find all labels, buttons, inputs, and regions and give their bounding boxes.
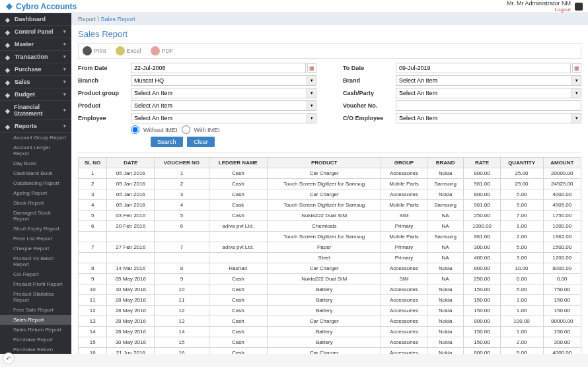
sidebar-item-dashboard[interactable]: ◆Dashboard (0, 13, 71, 26)
sidebar-sub-ageing-report[interactable]: Ageing Report (0, 188, 71, 198)
branch-select[interactable] (131, 75, 307, 86)
sidebar-sub-stock-report[interactable]: Stock Report (0, 198, 71, 208)
cell: 5 (79, 211, 107, 221)
sidebar-item-financial-statement[interactable]: ◆Financial Statement▾ (0, 101, 71, 120)
sidebar-sub-price-list-report[interactable]: Price List Report (0, 234, 71, 244)
table-row[interactable]: 1328 May 201613CashCar ChargerAccessorie… (79, 316, 581, 327)
table-row[interactable]: 620 Feb 20166adiva pvt Ltd.ChemicalsPrim… (79, 221, 581, 232)
sidebar-sub-outstanding-report[interactable]: Outstanding Report (0, 178, 71, 188)
cell: 12 (79, 306, 107, 316)
cell: 16 (155, 348, 209, 354)
cell: 800.00 (464, 348, 500, 354)
cell: 2.00 (500, 232, 543, 242)
dropdown-icon[interactable]: ▾ (307, 100, 316, 111)
calendar-icon[interactable]: ▦ (572, 63, 581, 73)
sidebar-item-reports[interactable]: ◆Reports▾ (0, 120, 71, 133)
table-row[interactable]: 305 Jan 20163CashCar ChargerAccessoriesN… (79, 189, 581, 200)
sidebar-sub-sales-return-report[interactable]: Sales Return Report (0, 325, 71, 335)
cell: Cash (209, 327, 268, 337)
table-row[interactable]: Touch Screen Digitizer for SamsugMobile … (79, 232, 581, 242)
clear-button[interactable]: Clear (187, 137, 215, 147)
to-date-input[interactable] (396, 63, 571, 73)
with-imei-radio[interactable] (182, 125, 190, 134)
dropdown-icon[interactable]: ▾ (572, 113, 581, 123)
sidebar-sub-cheque-report[interactable]: Cheque Report (0, 244, 71, 253)
sidebar-item-purchase[interactable]: ◆Purchase▾ (0, 63, 71, 76)
cash-party-select[interactable] (396, 88, 572, 98)
sidebar-sub-c-o-report[interactable]: C/o Report (0, 269, 71, 279)
cell: Cash (209, 179, 268, 189)
product-select[interactable] (131, 100, 307, 111)
sidebar-item-transaction[interactable]: ◆Transaction▾ (0, 51, 71, 63)
cell: Battery (268, 295, 381, 306)
excel-button[interactable]: Excel (116, 46, 141, 55)
product-group-select[interactable] (131, 88, 307, 98)
co-employee-select[interactable] (396, 113, 572, 123)
sidebar-sub-product-vs-batch-report[interactable]: Product Vs Batch Report (0, 253, 71, 269)
sidebar-sub-cash-bank-book[interactable]: Cash/Bank Book (0, 168, 71, 178)
sidebar-sub-damaged-stock-report[interactable]: Damaged Stock Report (0, 208, 71, 224)
search-button[interactable]: Search (151, 137, 183, 147)
cell: 16 (79, 348, 107, 354)
collapse-sidebar-button[interactable]: ↶ (3, 352, 15, 364)
dropdown-icon[interactable]: ▾ (572, 88, 581, 98)
cell (79, 253, 107, 263)
sidebar-sub-short-expiry-report[interactable]: Short Expiry Report (0, 224, 71, 234)
from-date-input[interactable] (131, 63, 306, 73)
brand-logo[interactable]: Cybro Accounts (5, 2, 77, 11)
cell: 1000.00 (543, 221, 581, 232)
dropdown-icon[interactable]: ▾ (307, 88, 316, 98)
table-row[interactable]: SteelPrimaryNA400.003.001200.00 (79, 253, 581, 263)
table-row[interactable]: 727 Feb 20167adiva pvt Ltd.PaperPrimaryN… (79, 242, 581, 253)
table-row[interactable]: 105 Jan 20161CashCar ChargerAccessoriesN… (79, 168, 581, 179)
dropdown-icon[interactable]: ▾ (307, 75, 316, 86)
sidebar-sub-purchase-report[interactable]: Purchase Report (0, 335, 71, 345)
cell: Nokia (427, 327, 464, 337)
cell: Accessories (381, 284, 427, 295)
dropdown-icon[interactable]: ▾ (572, 75, 581, 86)
sidebar-sub-product-statistics-report[interactable]: Product Statistics Report (0, 289, 71, 305)
sidebar-sub-product-profit-report[interactable]: Product Profit Report (0, 279, 71, 289)
sidebar-sub-free-sale-report[interactable]: Free Sale Report (0, 305, 71, 315)
table-row[interactable]: 1228 May 201612CashBatteryAccessoriesNok… (79, 306, 581, 316)
cell: 4905.00 (543, 200, 581, 211)
pdf-button[interactable]: PDF (151, 46, 174, 55)
cell: Nokia (427, 316, 464, 327)
sidebar-item-sales[interactable]: ◆Sales▾ (0, 76, 71, 88)
brand-select[interactable] (396, 75, 572, 86)
cell: 80000.00 (543, 316, 581, 327)
cell: Rashad (209, 263, 268, 274)
sidebar-sub-day-book[interactable]: Day Book (0, 158, 71, 168)
sidebar-sub-sales-report[interactable]: Sales Report (0, 315, 71, 325)
table-row[interactable]: 1530 May 201615CashBatteryAccessoriesNok… (79, 337, 581, 348)
table-row[interactable]: 1010 May 201610CashBatteryAccessoriesNok… (79, 284, 581, 295)
print-button[interactable]: Print (83, 46, 106, 55)
table-row[interactable]: 905 May 20169CashNokia222 Dual SIMSIMNA2… (79, 274, 581, 284)
cell: 10 (155, 284, 209, 295)
employee-label: Employee (78, 115, 131, 121)
voucher-no-input[interactable] (396, 100, 581, 111)
breadcrumb-parent[interactable]: Report (78, 16, 96, 22)
sidebar-item-control-panel[interactable]: ◆Control Panel▾ (0, 26, 71, 38)
without-imei-radio[interactable] (131, 125, 139, 134)
dropdown-icon[interactable]: ▾ (307, 113, 316, 123)
sidebar-sub-account-group-report[interactable]: Account Group Report (0, 133, 71, 143)
sidebar-item-budget[interactable]: ◆Budget▾ (0, 88, 71, 101)
user-icon[interactable] (575, 3, 583, 11)
cell: 150.00 (464, 284, 500, 295)
calendar-icon[interactable]: ▦ (307, 63, 316, 73)
table-row[interactable]: 503 Feb 20165CashNokia222 Dual SIMSIMNA2… (79, 211, 581, 221)
table-row[interactable]: 1621 Jun 201616CashCar ChargerAccessorie… (79, 348, 581, 354)
logout-link[interactable]: Logout (507, 7, 571, 13)
table-row[interactable]: 814 Mar 20168RashadCar ChargerAccessorie… (79, 263, 581, 274)
employee-select[interactable] (131, 113, 307, 123)
table-row[interactable]: 1128 May 201611CashBatteryAccessoriesNok… (79, 295, 581, 306)
cell: 7.00 (500, 211, 543, 221)
cell: NA (427, 242, 464, 253)
table-row[interactable]: 405 Jan 20164EsakTouch Screen Digitizer … (79, 200, 581, 211)
sidebar-item-master[interactable]: ◆Master▾ (0, 38, 71, 51)
table-row[interactable]: 205 Jan 20162CashTouch Screen Digitizer … (79, 179, 581, 189)
sidebar-sub-account-ledger-report[interactable]: Account Ledger Report (0, 143, 71, 158)
cell: Samsung (427, 200, 464, 211)
table-row[interactable]: 1428 May 201614CashBatteryAccessoriesNok… (79, 327, 581, 337)
